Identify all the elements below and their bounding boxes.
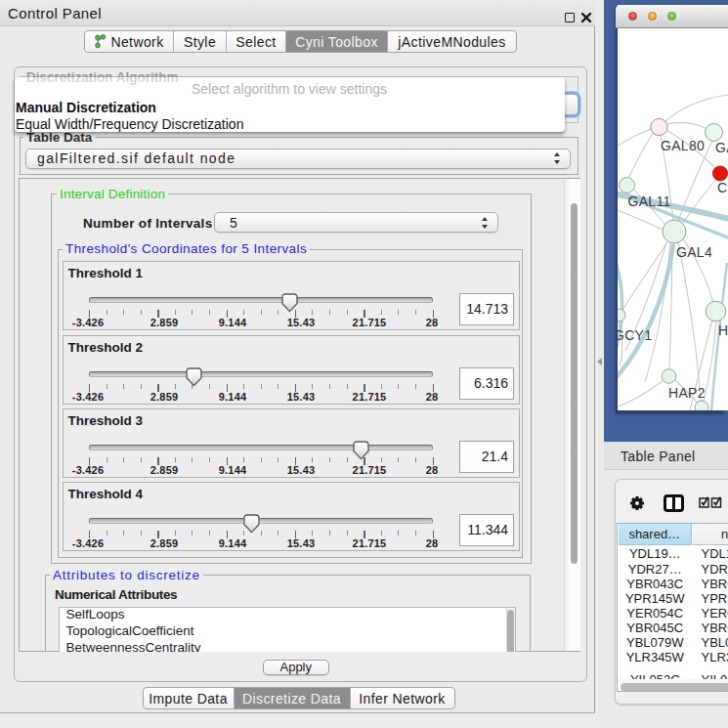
svg-text:GCY1: GCY1 <box>618 326 652 342</box>
svg-text:HAP2: HAP2 <box>668 385 706 401</box>
svg-text:C: C <box>717 179 727 194</box>
svg-text:GAL80: GAL80 <box>661 137 705 152</box>
svg-text:GAL4: GAL4 <box>676 243 712 259</box>
svg-text:H: H <box>718 322 728 338</box>
svg-text:GA: GA <box>715 140 728 155</box>
svg-text:GAL11: GAL11 <box>628 193 671 208</box>
